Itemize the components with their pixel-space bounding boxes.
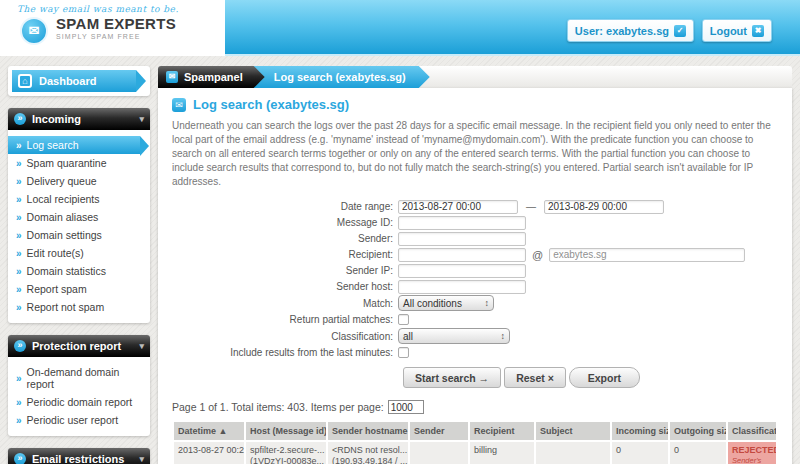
sidebar-item-edit-routes[interactable]: »Edit route(s)	[8, 244, 150, 262]
arrow-icon: »	[16, 373, 22, 384]
column-sender-hostname[interactable]: Sender hostname	[328, 422, 408, 440]
sidebar-section-incoming: » Incoming ▾ »Log search »Spam quarantin…	[8, 108, 150, 323]
sidebar-item-report-not-spam[interactable]: »Report not spam	[8, 298, 150, 316]
items-per-page-input[interactable]	[388, 400, 424, 414]
description-text: Underneath you can search the logs over …	[172, 119, 778, 189]
classification-select[interactable]: all ↕	[398, 328, 510, 344]
sender-ip-input[interactable]	[398, 264, 526, 278]
sender-input[interactable]	[398, 232, 526, 246]
column-incoming-size[interactable]: Incoming size	[612, 422, 668, 440]
form-row-recipient: Recipient: @	[172, 247, 778, 262]
arrow-icon: »	[16, 284, 22, 295]
logout-button[interactable]: Logout ✖	[702, 19, 772, 42]
form-row-sender-host: Sender host:	[172, 279, 778, 294]
mail-icon: ✉	[172, 98, 186, 112]
column-recipient[interactable]: Recipient	[470, 422, 534, 440]
recipient-domain-input[interactable]	[549, 248, 745, 262]
date-from-input[interactable]	[398, 200, 518, 214]
cell-recipient: billing	[470, 442, 534, 464]
column-datetime[interactable]: Datetime ▲	[174, 422, 244, 440]
breadcrumb: ✉ Spampanel Log search (exabytes.sg)	[158, 66, 792, 88]
tab-spampanel[interactable]: ✉ Spampanel	[158, 66, 265, 88]
item-label: Periodic domain report	[27, 396, 133, 408]
partial-matches-checkbox[interactable]	[398, 314, 409, 325]
start-search-button[interactable]: Start search →	[403, 367, 501, 388]
cell-outgoing-size: 0	[670, 442, 726, 464]
match-label: Match:	[172, 298, 398, 309]
cell-subject	[536, 442, 610, 464]
item-label: Domain aliases	[27, 211, 99, 223]
sidebar-item-domain-statistics[interactable]: »Domain statistics	[8, 262, 150, 280]
column-classification[interactable]: Classification	[728, 422, 776, 440]
double-arrow-icon: »	[14, 453, 26, 464]
form-row-classification: Classification: all ↕	[172, 328, 778, 344]
message-id-input[interactable]	[398, 216, 526, 230]
item-label: Report spam	[27, 283, 87, 295]
section-header-incoming[interactable]: » Incoming ▾	[8, 108, 150, 130]
sidebar-item-domain-aliases[interactable]: »Domain aliases	[8, 208, 150, 226]
pagination: Page 1 of 1. Total items: 403. Items per…	[172, 400, 778, 414]
column-host[interactable]: Host (Message id)	[246, 422, 326, 440]
form-row-date-range: Date range: —	[172, 199, 778, 214]
section-items: »Log search »Spam quarantine »Delivery q…	[8, 130, 150, 318]
status-badge: REJECTED	[732, 445, 772, 456]
match-select[interactable]: All conditions ↕	[398, 295, 494, 311]
logout-button-label: Logout	[710, 25, 747, 37]
last-minutes-checkbox[interactable]	[398, 347, 409, 358]
sidebar-item-local-recipients[interactable]: »Local recipients	[8, 190, 150, 208]
page-title-row: ✉ Log search (exabytes.sg)	[172, 97, 778, 112]
tab-label: Spampanel	[184, 71, 243, 83]
sidebar-item-dashboard[interactable]: ⌂ Dashboard	[12, 70, 136, 92]
section-title: Protection report	[32, 340, 121, 352]
tab-log-search[interactable]: Log search (exabytes.sg)	[252, 66, 430, 88]
section-items: »On-demand domain report »Periodic domai…	[8, 357, 150, 431]
reset-button[interactable]: Reset ×	[504, 367, 566, 388]
item-label: Log search	[27, 139, 79, 151]
section-header-email-restrictions[interactable]: » Email restrictions ▾	[8, 448, 150, 464]
sidebar-item-spam-quarantine[interactable]: »Spam quarantine	[8, 154, 150, 172]
table-row[interactable]: 2013-08-27 00:22 spfilter-2.secure-...(1…	[174, 442, 776, 464]
sidebar-item-delivery-queue[interactable]: »Delivery queue	[8, 172, 150, 190]
cell-host: spfilter-2.secure-...(1VDzYI-00083e...	[246, 442, 326, 464]
last-minutes-label: Include results from the last minutes:	[172, 347, 398, 358]
item-label: Domain statistics	[27, 265, 106, 277]
arrow-icon: »	[16, 158, 22, 169]
arrow-icon: »	[16, 415, 22, 426]
item-label: Periodic user report	[27, 414, 119, 426]
sidebar: ⌂ Dashboard » Incoming ▾ »Log search »Sp…	[8, 66, 150, 464]
form-row-sender: Sender:	[172, 231, 778, 246]
section-header-protection-report[interactable]: » Protection report ▾	[8, 335, 150, 357]
sender-host-input[interactable]	[398, 280, 526, 294]
item-label: Spam quarantine	[27, 157, 107, 169]
sidebar-item-domain-settings[interactable]: »Domain settings	[8, 226, 150, 244]
recipient-input[interactable]	[398, 248, 526, 262]
form-buttons: Start search → Reset × Export	[403, 367, 778, 388]
date-range-separator: —	[526, 201, 536, 212]
user-button[interactable]: User: exabytes.sg ✓	[567, 19, 694, 42]
sidebar-item-on-demand-domain-report[interactable]: »On-demand domain report	[8, 363, 150, 393]
select-stepper-icon: ↕	[475, 298, 490, 308]
column-sender[interactable]: Sender	[410, 422, 468, 440]
sender-host-label: Sender host:	[172, 281, 398, 292]
home-icon: ⌂	[18, 74, 32, 88]
arrow-icon: »	[16, 248, 22, 259]
sidebar-item-periodic-domain-report[interactable]: »Periodic domain report	[8, 393, 150, 411]
cell-datetime: 2013-08-27 00:22	[174, 442, 244, 464]
select-stepper-icon: ↕	[491, 331, 506, 341]
sidebar-section-protection-report: » Protection report ▾ »On-demand domain …	[8, 335, 150, 436]
sidebar-item-log-search[interactable]: »Log search	[8, 136, 140, 154]
item-label: Local recipients	[27, 193, 100, 205]
sidebar-item-periodic-user-report[interactable]: »Periodic user report	[8, 411, 150, 429]
column-outgoing-size[interactable]: Outgoing size	[670, 422, 726, 440]
logo-block: The way email was meant to be. ✉ SPAM EX…	[0, 0, 225, 56]
log-results-table: Datetime ▲ Host (Message id) Sender host…	[172, 420, 778, 464]
dashboard-label: Dashboard	[39, 75, 96, 87]
sidebar-item-report-spam[interactable]: »Report spam	[8, 280, 150, 298]
classification-label: Classification:	[172, 331, 398, 342]
export-button[interactable]: Export	[569, 367, 640, 388]
form-row-message-id: Message ID:	[172, 215, 778, 230]
date-to-input[interactable]	[544, 200, 664, 214]
main-area: ✉ Spampanel Log search (exabytes.sg) ✉ L…	[158, 66, 792, 464]
status-note: Sender's domain is missing DNS records	[732, 457, 772, 464]
column-subject[interactable]: Subject	[536, 422, 610, 440]
